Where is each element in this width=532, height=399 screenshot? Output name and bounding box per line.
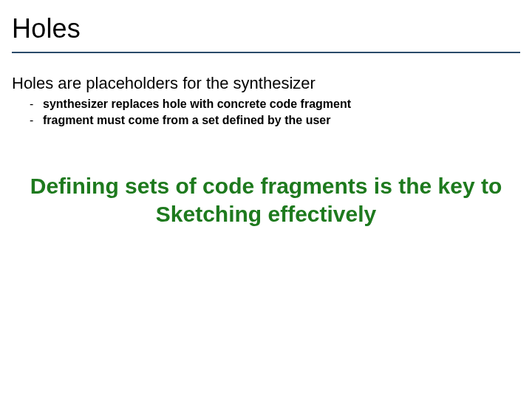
list-item: synthesizer replaces hole with concrete … xyxy=(43,96,520,112)
slide: Holes Holes are placeholders for the syn… xyxy=(0,0,532,399)
lead-paragraph: Holes are placeholders for the synthesiz… xyxy=(12,74,520,93)
title-rule xyxy=(12,52,520,53)
list-item: fragment must come from a set defined by… xyxy=(43,112,520,129)
slide-title: Holes xyxy=(12,13,520,44)
callout-text: Defining sets of code fragments is the k… xyxy=(30,172,502,228)
bullet-list: synthesizer replaces hole with concrete … xyxy=(12,96,520,128)
